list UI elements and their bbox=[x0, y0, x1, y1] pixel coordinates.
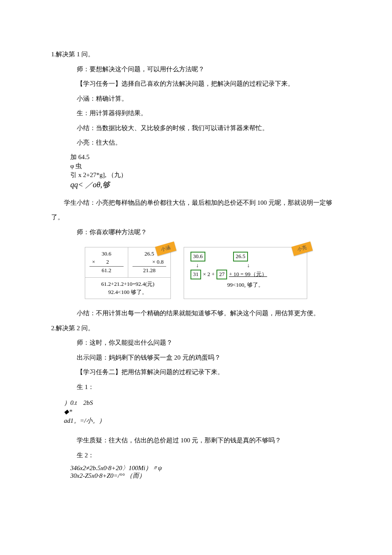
scratch-line: ◆* bbox=[64, 407, 341, 416]
scratch-work-1: 加 64.5 φ 虫 引 x 2+27*g], （九） qq< ／oθ,够 bbox=[51, 153, 341, 190]
task-2: 【学习任务二】把用估算解决问题的过程记录下来。 bbox=[51, 365, 341, 380]
scratch-line: ）0.t 2bS bbox=[64, 398, 341, 407]
student-2: 生 2： bbox=[51, 448, 341, 463]
boxed-number: 27 bbox=[216, 270, 227, 279]
calc-line: × 0.8 bbox=[133, 258, 167, 267]
calc-line: 92.4<100 够了。 bbox=[89, 288, 166, 296]
boxed-number: 30.6 bbox=[190, 252, 205, 262]
boxed-number: 26.5 bbox=[233, 252, 248, 262]
scratch-work-2: ）0.t 2bS ◆* ad1。=/小。） bbox=[51, 398, 341, 425]
heading-q2: 2.解决第 2 问。 bbox=[51, 321, 341, 336]
card-cell: 30.6 × 2 61.2 bbox=[85, 247, 128, 278]
scratch-line: qq< ／oθ,够 bbox=[70, 180, 341, 190]
scratch-work-3: 346x2≠2b.5x0·8+20〉100Mi）〃ψ 30x2-Z5x0·8+Z… bbox=[51, 464, 341, 479]
calc-line: 61.2 bbox=[89, 267, 124, 275]
boxed-number: 31 bbox=[190, 270, 201, 279]
text: + 10 = 99（元） bbox=[229, 271, 267, 277]
scratch-line: 引 x 2+27*g], （九） bbox=[70, 171, 341, 180]
teacher-line-1: 师：要想解决这个问题，可以用什么方法呢？ bbox=[51, 62, 341, 77]
student-doubt: 学生质疑：往大估，估出的总价超过 100 元，那剩下的钱是真的不够吗？ bbox=[51, 433, 341, 448]
text: × 2 + bbox=[203, 271, 215, 277]
heading-q1: 1.解决第 1 问。 bbox=[51, 47, 341, 62]
summary-2: 小结：不用计算出每一个精确的结果就能知道够不够。解决这个问题，用估算更方便。 bbox=[51, 306, 341, 321]
scratch-line: 346x2≠2b.5x0·8+20〉100Mi）〃ψ bbox=[70, 464, 341, 472]
calc-line: 99<100, 够了。 bbox=[190, 281, 301, 289]
scratch-line: φ 虫 bbox=[70, 162, 341, 171]
task-1: 【学习任务一】选择自己喜欢的方法解决问题，把解决问题的过程记录下来。 bbox=[51, 76, 341, 91]
student-1: 生 1： bbox=[51, 380, 341, 395]
card-xiaohan: 小涵 30.6 × 2 61.2 26.5 × 0.8 21.28 61.2+2… bbox=[85, 247, 171, 299]
scratch-line: ad1。=/小。） bbox=[64, 416, 341, 425]
summary-1: 小结：当数据比较大、又比较多的时候，我们可以请计算器来帮忙。 bbox=[51, 121, 341, 136]
student-sheng: 生：用计算器得到结果。 bbox=[51, 106, 341, 121]
calc-line: 21.28 bbox=[133, 267, 167, 275]
calc-line: × 2 bbox=[89, 258, 124, 267]
student-xiaohan: 小涵：精确计算。 bbox=[51, 91, 341, 106]
calc-line: 30.6 bbox=[89, 250, 124, 258]
scratch-line: 30x2-Z5x0·8+Z0=/°° （而） bbox=[70, 472, 341, 479]
student-summary-1: 学生小结：小亮把每样物品的单价都往大估，最后相加的总价还不到 100 元呢，那就… bbox=[51, 195, 341, 225]
card-xiaoliang: 小亮 30.6 26.5 ↓ ↓ 31 × 2 + 27 + 10 = 99（元… bbox=[184, 247, 307, 299]
calc-line: 61.2+21.2+10=92.4(元) bbox=[89, 280, 166, 288]
problem-shown: 出示问题：妈妈剩下的钱够买一盒 20 元的鸡蛋吗？ bbox=[51, 350, 341, 365]
document-page: 1.解决第 1 问。 师：要想解决这个问题，可以用什么方法呢？ 【学习任务一】选… bbox=[0, 0, 392, 555]
calc-line: 31 × 2 + 27 + 10 = 99（元） bbox=[190, 270, 301, 279]
arrow-row: ↓ ↓ bbox=[190, 262, 301, 270]
scratch-line: 加 64.5 bbox=[70, 153, 341, 162]
card-cell: 61.2+21.2+10=92.4(元) 92.4<100 够了。 bbox=[85, 278, 170, 299]
calc-line: 30.6 26.5 bbox=[190, 252, 301, 262]
work-cards-row: 小涵 30.6 × 2 61.2 26.5 × 0.8 21.28 61.2+2… bbox=[51, 247, 341, 299]
student-xiaoliang: 小亮：往大估。 bbox=[51, 135, 341, 150]
teacher-line-3: 师：这时，你又能提出什么问题？ bbox=[51, 335, 341, 350]
teacher-line-2: 师：你喜欢哪种方法呢？ bbox=[51, 225, 341, 240]
card-tag: 小亮 bbox=[291, 241, 313, 256]
